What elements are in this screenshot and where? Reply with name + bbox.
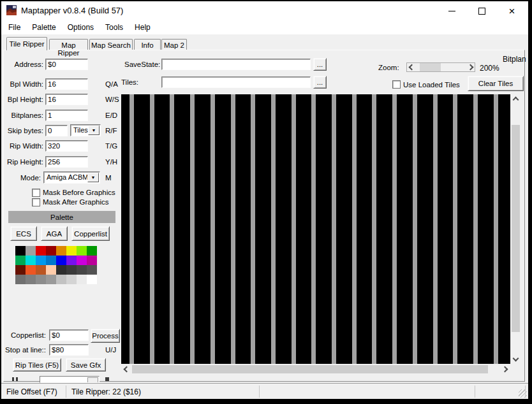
canvas-horizontal-scrollbar[interactable] bbox=[121, 364, 510, 375]
status-panel-4 bbox=[477, 386, 526, 398]
stop-at-line-shortcut: U/J bbox=[105, 346, 116, 354]
tiles-input[interactable] bbox=[161, 76, 311, 88]
chevron-right-icon bbox=[467, 64, 473, 71]
tab-map-search[interactable]: Map Search bbox=[89, 39, 133, 50]
palette-color-cell[interactable] bbox=[36, 256, 46, 265]
tab-tile-ripper[interactable]: Tile Ripper bbox=[6, 37, 47, 50]
close-button[interactable]: × bbox=[497, 1, 527, 20]
palette-color-cell[interactable] bbox=[66, 275, 77, 284]
palette-color-cell[interactable] bbox=[87, 265, 97, 275]
address-input[interactable] bbox=[45, 59, 88, 70]
menu-palette[interactable]: Palette bbox=[26, 22, 61, 33]
scroll-left-button[interactable] bbox=[121, 364, 132, 375]
palette-color-cell[interactable] bbox=[77, 265, 87, 275]
palette-color-cell[interactable] bbox=[26, 275, 36, 284]
menu-options[interactable]: Options bbox=[62, 22, 100, 33]
skip-bytes-input[interactable] bbox=[45, 125, 68, 136]
palette-color-cell[interactable] bbox=[66, 246, 77, 256]
bpl-width-input[interactable] bbox=[45, 78, 88, 90]
palette-color-cell[interactable] bbox=[36, 275, 46, 284]
palette-color-cell[interactable] bbox=[46, 246, 56, 256]
rip-width-input[interactable] bbox=[45, 140, 88, 152]
menu-file[interactable]: File bbox=[3, 22, 26, 33]
ecs-button[interactable]: ECS bbox=[10, 226, 37, 241]
mask-before-checkbox[interactable] bbox=[32, 189, 40, 197]
zoom-scroll-left-button[interactable] bbox=[407, 63, 416, 71]
mask-after-checkbox[interactable] bbox=[32, 198, 40, 206]
palette-color-cell[interactable] bbox=[77, 256, 87, 265]
palette-color-cell[interactable] bbox=[56, 275, 66, 284]
mask-before-label: Mask Before Graphics bbox=[43, 189, 115, 196]
tiles-browse-button[interactable]: ... bbox=[313, 76, 327, 89]
savestate-browse-button[interactable]: ... bbox=[313, 58, 327, 71]
clear-tiles-button[interactable]: Clear Tiles bbox=[468, 76, 524, 91]
skip-unit-combobox[interactable]: Tiles ▼ bbox=[70, 124, 101, 136]
palette-color-cell[interactable] bbox=[15, 246, 26, 256]
aga-button[interactable]: AGA bbox=[41, 226, 68, 241]
chevron-down-icon[interactable]: ▼ bbox=[88, 126, 100, 135]
vertical-scrollbar-thumb[interactable] bbox=[512, 125, 520, 332]
clipped-combobox[interactable] bbox=[40, 376, 100, 383]
palette-color-cell[interactable] bbox=[26, 246, 36, 256]
clipped-label-fragment bbox=[16, 377, 18, 381]
palette-color-cell[interactable] bbox=[46, 275, 56, 284]
chevron-left-icon bbox=[124, 366, 130, 373]
zoom-scrollbar[interactable] bbox=[406, 62, 475, 72]
horizontal-scrollbar-thumb[interactable] bbox=[132, 365, 488, 373]
scroll-down-button[interactable] bbox=[510, 353, 521, 364]
scroll-up-button[interactable] bbox=[510, 94, 521, 105]
palette-color-cell[interactable] bbox=[36, 265, 46, 275]
palette-color-cell[interactable] bbox=[36, 246, 46, 256]
palette-color-cell[interactable] bbox=[87, 275, 97, 284]
bitplanes-label: Bitplanes: bbox=[6, 112, 43, 119]
copperlist-button[interactable]: Copperlist bbox=[71, 226, 110, 241]
bpl-height-input[interactable] bbox=[45, 94, 88, 105]
palette-color-cell[interactable] bbox=[15, 275, 26, 284]
process-button[interactable]: Process bbox=[91, 329, 120, 343]
chevron-down-icon[interactable]: ▼ bbox=[87, 173, 99, 182]
window-title: Maptapper v0.8.4 (Build 57) bbox=[21, 6, 123, 15]
palette-color-cell[interactable] bbox=[56, 246, 66, 256]
palette-color-cell[interactable] bbox=[66, 265, 77, 275]
chevron-down-icon bbox=[87, 377, 98, 383]
maximize-icon bbox=[478, 8, 485, 15]
palette-color-cell[interactable] bbox=[77, 275, 87, 284]
menu-tools[interactable]: Tools bbox=[100, 22, 129, 33]
zoom-scrollbar-thumb[interactable] bbox=[420, 63, 441, 71]
tile-canvas[interactable] bbox=[121, 94, 510, 364]
mode-combobox[interactable]: Amiga ACBM ▼ bbox=[43, 171, 100, 184]
canvas-vertical-scrollbar[interactable] bbox=[510, 94, 521, 364]
palette-color-cell[interactable] bbox=[26, 256, 36, 265]
minimize-button[interactable] bbox=[437, 1, 467, 20]
rip-height-shortcut: Y/H bbox=[105, 158, 117, 166]
tab-map-ripper[interactable]: Map Ripper bbox=[49, 39, 88, 50]
bitplanes-input[interactable] bbox=[45, 110, 88, 121]
use-loaded-tiles-checkbox[interactable] bbox=[392, 80, 401, 89]
maximize-button[interactable] bbox=[467, 1, 497, 20]
menu-help[interactable]: Help bbox=[129, 22, 156, 33]
skip-bytes-label: Skip bytes: bbox=[6, 127, 43, 134]
palette-color-cell[interactable] bbox=[87, 256, 97, 265]
zoom-scroll-right-button[interactable] bbox=[466, 63, 475, 71]
palette-color-cell[interactable] bbox=[46, 265, 56, 275]
palette-color-cell[interactable] bbox=[15, 256, 26, 265]
save-gfx-button[interactable]: Save Gfx bbox=[66, 358, 106, 372]
palette-color-cell[interactable] bbox=[56, 256, 66, 265]
palette-color-cell[interactable] bbox=[56, 265, 66, 275]
palette-color-cell[interactable] bbox=[15, 265, 26, 275]
stop-at-line-input[interactable] bbox=[49, 344, 89, 356]
palette-color-cell[interactable] bbox=[66, 256, 77, 265]
zoom-value: 200% bbox=[480, 64, 499, 73]
palette-color-cell[interactable] bbox=[87, 246, 97, 256]
rip-height-input[interactable] bbox=[45, 156, 88, 168]
palette-color-cell[interactable] bbox=[77, 246, 87, 256]
palette-color-cell[interactable] bbox=[26, 265, 36, 275]
savestate-input[interactable] bbox=[161, 59, 311, 70]
tab-info[interactable]: Info bbox=[134, 39, 161, 50]
palette-color-cell[interactable] bbox=[46, 256, 56, 265]
tab-map-2[interactable]: Map 2 bbox=[161, 39, 187, 50]
scroll-right-button[interactable] bbox=[499, 364, 510, 375]
bpl-height-label: Bpl Height: bbox=[6, 96, 43, 103]
copperlist-input[interactable] bbox=[49, 329, 89, 341]
rip-tiles-button[interactable]: Rip Tiles (F5) bbox=[13, 358, 61, 372]
